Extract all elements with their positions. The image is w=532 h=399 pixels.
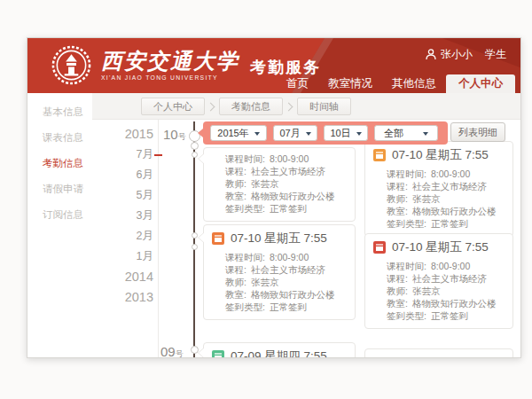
list-detail-button[interactable]: 列表明细 bbox=[450, 122, 505, 142]
timeline-node bbox=[192, 152, 198, 158]
card-header: 07-10 星期五 7:55 bbox=[365, 142, 512, 165]
card-field-time: 课程时间:8:00-9:00 bbox=[225, 153, 346, 165]
filter-bar: 2015年 07月 10日 全部 bbox=[203, 121, 448, 145]
app-window: 西安交通大学 XI'AN JIAO TONG UNIVERSITY 考勤服务 张… bbox=[27, 37, 521, 358]
university-name: 西安交通大学 XI'AN JIAO TONG UNIVERSITY bbox=[101, 50, 239, 81]
card-field-sign-type: 签到类型:正常签到 bbox=[225, 202, 346, 215]
timeline-nav-month-february[interactable]: 2月 bbox=[77, 226, 153, 246]
timeline-nav: 2015 7月 6月 5月 3月 2月 1月 2014 2013 bbox=[77, 124, 153, 308]
university-name-en: XI'AN JIAO TONG UNIVERSITY bbox=[101, 74, 239, 81]
card-date: 07-10 星期五 7:55 bbox=[392, 239, 489, 255]
timeline-nav-month-may[interactable]: 5月 bbox=[77, 185, 153, 206]
card-header: 07-10 星期五 7:55 bbox=[204, 225, 355, 248]
attendance-card: 07-10 星期五 7:55 课程时间:8:00-9:00 课程:社会主义市场经… bbox=[364, 233, 513, 329]
timeline-nav-month-march[interactable]: 3月 bbox=[77, 206, 153, 226]
year-dropdown[interactable]: 2015年 bbox=[210, 125, 267, 141]
nav-item-home[interactable]: 首页 bbox=[277, 74, 318, 93]
card-field-time: 课程时间:8:00-9:00 bbox=[387, 260, 504, 272]
card-field-course: 课程:社会主义市场经济 bbox=[225, 165, 346, 177]
card-field-sign-type: 签到类型:正常签到 bbox=[387, 309, 504, 322]
caret-down-icon bbox=[254, 132, 260, 138]
calendar-icon bbox=[373, 241, 386, 254]
card-field-teacher: 教师:张芸京 bbox=[225, 276, 346, 288]
card-date: 07-09 星期四 7:55 bbox=[231, 348, 327, 358]
timeline-nav-year-2014[interactable]: 2014 bbox=[77, 267, 153, 287]
user-info[interactable]: 张小小 学生 bbox=[426, 47, 506, 62]
card-body: 课程时间:8:00-9:00 课程:社会主义市场经济 教师:张芸京 教室:格物致… bbox=[365, 257, 512, 328]
breadcrumb-band: 个人中心 考勤信息 时间轴 bbox=[92, 93, 521, 120]
card-field-teacher: 教师:张芸京 bbox=[225, 177, 346, 190]
main-nav: 首页 教室情况 其他信息 个人中心 bbox=[277, 74, 515, 93]
nav-item-classrooms[interactable]: 教室情况 bbox=[318, 74, 382, 93]
breadcrumb: 个人中心 考勤信息 时间轴 bbox=[141, 98, 351, 115]
day-dropdown[interactable]: 10日 bbox=[324, 125, 368, 141]
card-field-time: 课程时间:8:00-9:00 bbox=[225, 251, 346, 263]
nav-item-other-info[interactable]: 其他信息 bbox=[382, 74, 446, 93]
card-body: 课程时间:8:00-9:00 课程:社会主义市场经济 教师:张芸京 教室:格物致… bbox=[204, 148, 355, 221]
chevron-right-icon bbox=[207, 102, 215, 111]
card-field-room: 教室:格物致知行政办公楼 bbox=[225, 190, 346, 202]
card-field-room: 教室:格物致知行政办公楼 bbox=[387, 205, 504, 217]
attendance-card: 07-10 星期五 7:55 课程时间:8:00-9:00 课程:社会主义市场经… bbox=[203, 224, 356, 320]
timeline-node bbox=[192, 232, 198, 239]
timeline-nav-month-july[interactable]: 7月 bbox=[77, 145, 153, 165]
card-field-teacher: 教师:张芸京 bbox=[387, 192, 504, 205]
attendance-card bbox=[364, 348, 513, 358]
timeline-node bbox=[192, 244, 198, 250]
university-seal-icon bbox=[51, 44, 92, 86]
attendance-card: 07-09 星期四 7:55 bbox=[203, 342, 356, 358]
month-dropdown[interactable]: 07月 bbox=[273, 125, 317, 141]
caret-down-icon bbox=[356, 132, 362, 138]
card-date: 07-10 星期五 7:55 bbox=[392, 147, 489, 163]
sidebar-item-basic-info[interactable]: 基本信息 bbox=[27, 100, 92, 124]
card-field-sign-type: 签到类型:正常签到 bbox=[387, 217, 504, 230]
caret-down-icon bbox=[306, 132, 311, 138]
card-field-course: 课程:社会主义市场经济 bbox=[387, 272, 504, 285]
app-header: 西安交通大学 XI'AN JIAO TONG UNIVERSITY 考勤服务 张… bbox=[27, 38, 520, 93]
timeline-nav-year-2015[interactable]: 2015 bbox=[77, 124, 153, 145]
breadcrumb-timeline[interactable]: 时间轴 bbox=[297, 98, 351, 115]
page: 西安交通大学 XI'AN JIAO TONG UNIVERSITY 考勤服务 张… bbox=[0, 0, 532, 399]
card-header: 07-10 星期五 7:55 bbox=[365, 234, 512, 257]
user-icon bbox=[426, 49, 436, 60]
card-field-room: 教室:格物致知行政办公楼 bbox=[225, 288, 346, 301]
month-dropdown-value: 07月 bbox=[279, 127, 300, 140]
day-dropdown-value: 10日 bbox=[330, 127, 350, 140]
university-name-cn: 西安交通大学 bbox=[101, 50, 239, 73]
card-body: 课程时间:8:00-9:00 课程:社会主义市场经济 教师:张芸京 教室:格物致… bbox=[204, 248, 355, 319]
calendar-icon bbox=[212, 232, 224, 245]
attendance-card: 07-10 星期五 7:55 课程时间:8:00-9:00 课程:社会主义市场经… bbox=[364, 141, 513, 237]
card-field-room: 教室:格物致知行政办公楼 bbox=[387, 297, 504, 309]
card-header: 07-09 星期四 7:55 bbox=[204, 343, 355, 358]
card-field-teacher: 教师:张芸京 bbox=[387, 285, 504, 297]
card-body: 课程时间:8:00-9:00 课程:社会主义市场经济 教师:张芸京 教室:格物致… bbox=[365, 165, 512, 236]
timeline-nav-month-june[interactable]: 6月 bbox=[77, 165, 153, 185]
calendar-icon bbox=[373, 149, 386, 161]
year-dropdown-value: 2015年 bbox=[217, 127, 248, 140]
chevron-right-icon bbox=[285, 102, 293, 111]
card-field-time: 课程时间:8:00-9:00 bbox=[387, 168, 504, 180]
card-field-sign-type: 签到类型:正常签到 bbox=[225, 301, 346, 313]
card-field-course: 课程:社会主义市场经济 bbox=[225, 263, 346, 276]
user-role: 学生 bbox=[485, 47, 506, 62]
card-field-course: 课程:社会主义市场经济 bbox=[387, 180, 504, 192]
caret-down-icon bbox=[423, 132, 428, 138]
calendar-icon bbox=[212, 350, 224, 358]
timeline-nav-year-2013[interactable]: 2013 bbox=[77, 287, 153, 308]
type-dropdown[interactable]: 全部 bbox=[374, 125, 438, 141]
day-label-10: 10号 bbox=[163, 127, 186, 143]
nav-item-personal-center[interactable]: 个人中心 bbox=[446, 74, 515, 93]
type-dropdown-value: 全部 bbox=[384, 127, 403, 140]
user-name: 张小小 bbox=[441, 47, 473, 62]
timeline-nav-month-january[interactable]: 1月 bbox=[77, 246, 153, 267]
day-label-09: 09号 bbox=[160, 344, 184, 358]
card-date: 07-10 星期五 7:55 bbox=[231, 231, 327, 246]
attendance-card: 课程时间:8:00-9:00 课程:社会主义市场经济 教师:张芸京 教室:格物致… bbox=[203, 147, 356, 222]
breadcrumb-attendance-info[interactable]: 考勤信息 bbox=[219, 98, 283, 115]
timeline-node bbox=[191, 142, 199, 150]
breadcrumb-personal-center[interactable]: 个人中心 bbox=[141, 98, 205, 115]
